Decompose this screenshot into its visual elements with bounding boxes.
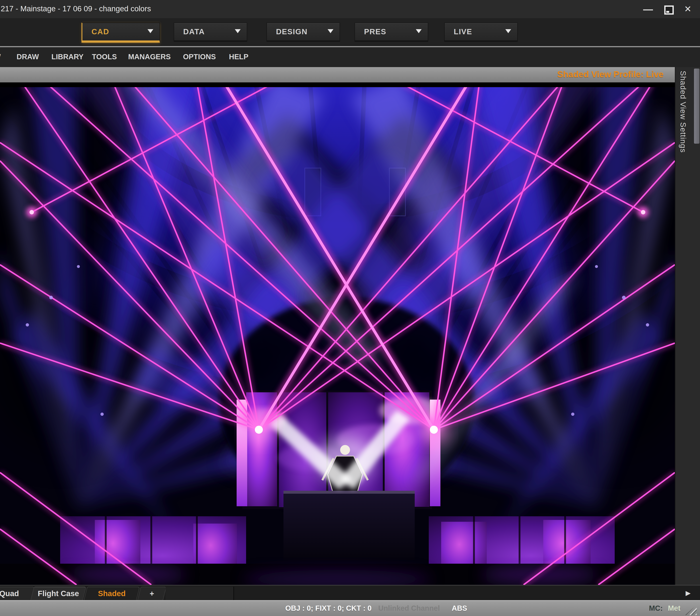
- shaded-view-profile-text: Shaded View Profile: Live: [557, 69, 664, 79]
- chevron-down-icon[interactable]: [505, 29, 511, 33]
- mode-tab-design[interactable]: DESIGN: [266, 23, 340, 41]
- menu-item-options[interactable]: OPTIONS: [183, 53, 216, 61]
- mode-tab-bar: CAD DATA DESIGN PRES LIVE: [0, 18, 700, 46]
- menu-item-tools[interactable]: TOOLS: [92, 53, 117, 61]
- mode-tab-live[interactable]: LIVE: [444, 23, 518, 41]
- menu-item-draw[interactable]: DRAW: [16, 53, 39, 61]
- view-profile-banner: Shaded View Profile: Live: [0, 67, 675, 83]
- view-tab-bar: Quad Flight Case Shaded + ►: [0, 585, 700, 600]
- shaded-view-settings-panel[interactable]: Shaded View Settings: [675, 67, 700, 585]
- maximize-button[interactable]: [660, 3, 676, 15]
- window-title: 217 - Mainstage - 17 06 09 - changed col…: [1, 4, 151, 13]
- mc-value: Met: [668, 604, 680, 612]
- window-resize-grip[interactable]: [685, 605, 697, 615]
- mode-tab-pres[interactable]: PRES: [354, 23, 428, 41]
- view-tab-flight-case[interactable]: Flight Case: [30, 587, 86, 600]
- plus-icon: +: [139, 587, 164, 600]
- maximize-icon: [664, 5, 674, 15]
- mc-label: MC:: [649, 604, 663, 612]
- mode-tab-label: CAD: [91, 27, 109, 36]
- tab-scroll-right-icon[interactable]: ►: [684, 588, 692, 598]
- shaded-view-settings-label[interactable]: Shaded View Settings: [679, 71, 687, 153]
- mode-tab-label: LIVE: [454, 27, 472, 36]
- menu-bar: W DRAW LIBRARY TOOLS MANAGERS OPTIONS HE…: [0, 46, 700, 67]
- close-button[interactable]: ✕: [679, 3, 696, 15]
- mode-tab-label: DATA: [183, 27, 205, 36]
- coords-mode-indicator[interactable]: ABS: [452, 604, 467, 612]
- status-bar: OBJ : 0; FIXT : 0; CKT : 0 Unlinked Chan…: [0, 600, 700, 616]
- menu-item-clipped[interactable]: W: [0, 53, 1, 61]
- minimize-button[interactable]: —: [640, 3, 656, 15]
- ghost-channel-text: Unlinked Channel: [378, 604, 440, 612]
- stage-render: [0, 83, 675, 585]
- view-tab-label: Quad: [0, 587, 32, 600]
- chevron-down-icon[interactable]: [148, 29, 153, 33]
- mode-tab-label: PRES: [364, 27, 386, 36]
- selection-counts: OBJ : 0; FIXT : 0; CKT : 0: [285, 604, 372, 612]
- view-tab-label: Shaded: [86, 587, 138, 600]
- view-tab-shaded[interactable]: Shaded: [84, 587, 140, 600]
- chevron-down-icon[interactable]: [328, 29, 334, 33]
- tab-strip-extension: [165, 587, 234, 600]
- mode-tab-data[interactable]: DATA: [174, 23, 247, 41]
- menu-item-library[interactable]: LIBRARY: [51, 53, 84, 61]
- mode-tab-cad[interactable]: CAD: [82, 23, 160, 43]
- shaded-3d-viewport[interactable]: [0, 83, 675, 585]
- add-view-tab-button[interactable]: +: [137, 587, 166, 600]
- mode-tab-label: DESIGN: [276, 27, 308, 36]
- title-bar: 217 - Mainstage - 17 06 09 - changed col…: [0, 0, 700, 18]
- viewport-top-strip: [0, 83, 675, 87]
- scrollbar-thumb[interactable]: [694, 68, 699, 144]
- view-tab-label: Flight Case: [33, 587, 84, 600]
- menu-item-managers[interactable]: MANAGERS: [128, 53, 171, 61]
- view-tab-quad[interactable]: Quad: [0, 587, 35, 600]
- chevron-down-icon[interactable]: [416, 29, 422, 33]
- chevron-down-icon[interactable]: [235, 29, 241, 33]
- menu-item-help[interactable]: HELP: [229, 53, 249, 61]
